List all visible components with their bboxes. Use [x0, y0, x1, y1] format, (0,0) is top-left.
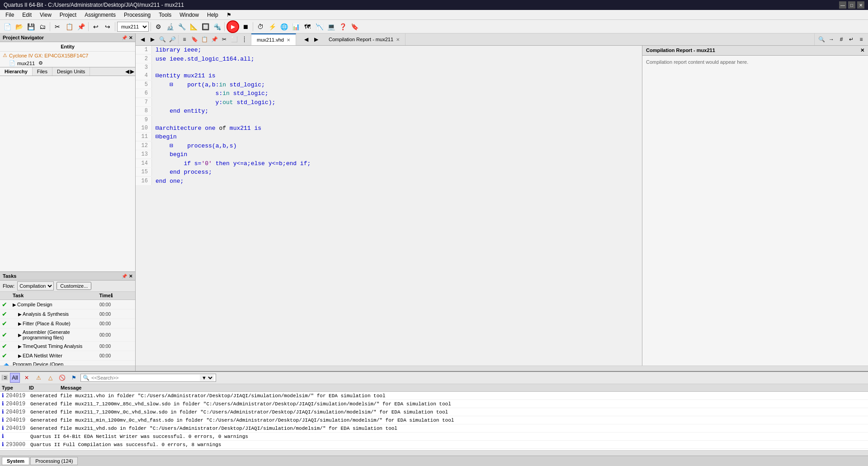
open-button[interactable]: 📂 [14, 21, 24, 32]
nav-fwd-icon[interactable]: ▶ [130, 68, 134, 75]
messages-sidebar[interactable]: M [2, 375, 8, 380]
tab-design-units[interactable]: Design Units [52, 67, 90, 76]
menu-file[interactable]: File [2, 11, 18, 19]
bottom-tab-system[interactable]: System [2, 457, 29, 465]
close-button[interactable]: ✕ [857, 1, 864, 9]
report-close[interactable]: ✕ [860, 48, 864, 53]
expand-timequest[interactable]: ▶ [18, 344, 22, 349]
name-analysis[interactable]: ▶ Analysis & Synthesis [18, 311, 88, 317]
report-back[interactable]: ◀ [302, 34, 311, 44]
nav-fwd-editor[interactable]: ▶ [147, 34, 157, 44]
menu-extra[interactable]: ⚑ [223, 11, 235, 19]
tasks-header-icons[interactable]: 📌 ✕ [122, 274, 132, 279]
report-fwd[interactable]: ▶ [311, 34, 321, 44]
col-btn[interactable]: ┊ [239, 34, 249, 44]
goto-btn[interactable]: → [826, 34, 836, 44]
msg-scrollbar-h[interactable] [0, 450, 868, 456]
schematic-btn[interactable]: 📊 [290, 21, 301, 32]
close-panel-icon[interactable]: ✕ [129, 35, 132, 40]
save-all-button[interactable]: 🗂 [37, 21, 48, 32]
word-wrap-btn[interactable]: ↵ [846, 34, 856, 44]
place-route-btn[interactable]: 📐 [188, 21, 199, 32]
msg-info-btn[interactable]: △ [45, 373, 55, 383]
menu-processing[interactable]: Processing [120, 11, 154, 19]
name-timequest[interactable]: ▶ TimeQuest Timing Analysis [18, 343, 88, 349]
zoom-in-editor[interactable]: 🔍 [157, 34, 167, 44]
menu-tools[interactable]: Tools [155, 11, 175, 19]
power-btn[interactable]: ⚡ [267, 21, 278, 32]
paste-button[interactable]: 📌 [75, 21, 86, 32]
msg-all-btn[interactable]: All [10, 373, 20, 383]
format-btn[interactable]: ≡ [179, 34, 189, 44]
help-btn[interactable]: ❓ [337, 21, 348, 32]
name-assembler[interactable]: ▶ Assembler (Generate programming files) [18, 329, 88, 340]
expand-compile[interactable]: ▶ [13, 302, 16, 307]
tasks-pin-icon[interactable]: 📌 [122, 274, 127, 279]
name-program[interactable]: Program Device (Open Programmer) [13, 361, 88, 366]
name-compile[interactable]: ▶ Compile Design [13, 302, 88, 307]
expand-analysis[interactable]: ▶ [18, 312, 22, 317]
netlist-btn[interactable]: 🌐 [278, 21, 289, 32]
cut-editor-btn[interactable]: ✂ [219, 34, 229, 44]
menu-edit[interactable]: Edit [19, 11, 35, 19]
chip-planner-btn[interactable]: 🗺 [302, 21, 313, 32]
synthesis-btn[interactable]: 🔧 [176, 21, 187, 32]
expand-assembler[interactable]: ▶ [18, 333, 22, 338]
editor-tab-vhd[interactable]: mux211.vhd ✕ [251, 33, 296, 45]
flow-select[interactable]: Compilation [17, 281, 54, 290]
analysis-btn[interactable]: 🔬 [165, 21, 175, 32]
name-fitter[interactable]: ▶ Fitter (Place & Route) [18, 321, 88, 326]
copy-button[interactable]: 📋 [64, 21, 75, 32]
mux211-settings-icon[interactable]: ⚙ [38, 60, 43, 66]
editor-scrollbar-h[interactable] [136, 366, 868, 371]
name-eda[interactable]: ▶ EDA Netlist Writer [18, 353, 88, 358]
editor-tab-report[interactable]: Compilation Report - mux211 ✕ [323, 33, 406, 45]
minimize-button[interactable]: — [839, 1, 846, 9]
pin-icon[interactable]: 📌 [122, 35, 127, 40]
menu-assignments[interactable]: Assignments [81, 11, 119, 19]
tasks-close-icon[interactable]: ✕ [129, 274, 132, 279]
select-editor-btn[interactable]: ⬜ [229, 34, 239, 44]
nav-back-icon[interactable]: ◀ [125, 68, 129, 75]
menu-project[interactable]: Project [56, 11, 80, 19]
tab-files[interactable]: Files [33, 67, 52, 76]
msg-flag-btn[interactable]: ⚑ [69, 373, 79, 383]
timing-btn[interactable]: ⏱ [255, 21, 266, 32]
menu-window[interactable]: Window [176, 11, 203, 19]
assemble-btn[interactable]: 🔩 [212, 21, 222, 32]
nav-back-editor[interactable]: ◀ [137, 34, 147, 44]
tasks-scrollbar[interactable] [0, 366, 135, 371]
zoom-out-editor[interactable]: 🔎 [167, 34, 177, 44]
redo-button[interactable]: ↪ [102, 21, 113, 32]
cut-button[interactable]: ✂ [52, 21, 63, 32]
tree-cyclone[interactable]: ⚠ Cyclone IV GX: EP4CGX15BF14C7 [0, 52, 135, 59]
bottom-tab-processing[interactable]: Processing (124) [30, 457, 78, 465]
panel-header-icons[interactable]: 📌 ✕ [122, 35, 132, 40]
expand-fitter[interactable]: ▶ [18, 321, 22, 326]
msg-error-btn[interactable]: ✕ [22, 373, 32, 383]
tab-hierarchy[interactable]: Hierarchy [0, 67, 33, 76]
expand-eda[interactable]: ▶ [18, 353, 22, 358]
find-btn[interactable]: 🔍 [816, 34, 826, 44]
stop-btn[interactable]: ⏹ [240, 21, 251, 32]
msg-search-input[interactable] [91, 375, 198, 380]
menu-help[interactable]: Help [203, 11, 222, 19]
save-button[interactable]: 💾 [25, 21, 36, 32]
menu-view[interactable]: View [36, 11, 55, 19]
compile-btn[interactable]: ⚙ [153, 21, 164, 32]
tree-mux211[interactable]: 📄 mux211 ⚙ [0, 59, 135, 67]
undo-button[interactable]: ↩ [90, 21, 101, 32]
copy-editor-btn[interactable]: 📋 [199, 34, 209, 44]
msg-suppress-btn[interactable]: 🚫 [57, 373, 67, 383]
close-vhd-tab[interactable]: ✕ [287, 38, 290, 43]
customize-button[interactable]: Customize... [57, 282, 91, 290]
paste-editor-btn[interactable]: 📌 [209, 34, 219, 44]
msg-filter-select[interactable]: ▼ [200, 375, 214, 381]
maximize-button[interactable]: □ [848, 1, 855, 9]
msg-warn-btn[interactable]: ⚠ [33, 373, 43, 383]
bookmark-btn[interactable]: 🔖 [189, 34, 199, 44]
close-report-tab[interactable]: ✕ [396, 37, 400, 42]
new-button[interactable]: 📄 [2, 21, 13, 32]
code-editor[interactable]: 1 library ieee; 2 use ieee.std_logic_116… [136, 46, 642, 366]
extra-btn[interactable]: 🔖 [349, 21, 360, 32]
